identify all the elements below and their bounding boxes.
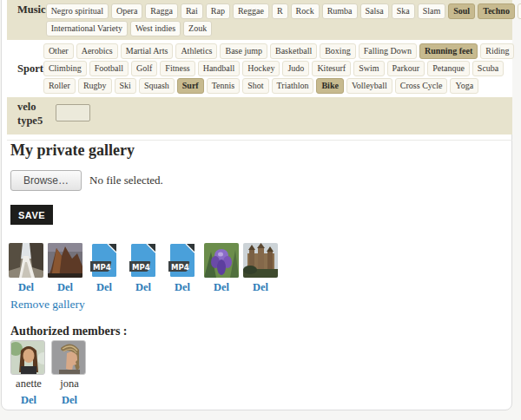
tag-petanque[interactable]: Petanque bbox=[427, 61, 470, 76]
gallery-item: Del bbox=[204, 243, 239, 294]
photo-iris-flower-thumbnail[interactable] bbox=[204, 243, 239, 278]
tag-athletics[interactable]: Athletics bbox=[175, 43, 217, 59]
gallery-item: Del bbox=[48, 243, 82, 294]
tag-hockey[interactable]: Hockey bbox=[242, 61, 280, 76]
tag-scuba[interactable]: Scuba bbox=[472, 61, 504, 76]
tag-international-variety[interactable]: International Variety bbox=[46, 21, 128, 36]
gallery-del-link[interactable]: Del bbox=[96, 281, 112, 294]
tag-parkour[interactable]: Parkour bbox=[387, 61, 425, 76]
tag-soul[interactable]: Soul bbox=[448, 3, 475, 19]
gallery-item: MP4Del bbox=[87, 243, 122, 294]
tag-ska[interactable]: Ska bbox=[392, 3, 415, 19]
tag-line: International VarietyWest indiesZouk bbox=[46, 21, 521, 36]
gallery-del-link[interactable]: Del bbox=[253, 281, 268, 294]
tag-football[interactable]: Football bbox=[89, 61, 129, 76]
tag-rugby[interactable]: Rugby bbox=[78, 78, 112, 94]
music-label: Music bbox=[7, 0, 46, 40]
tag-yoga[interactable]: Yoga bbox=[450, 78, 478, 94]
video-mp4-thumbnail[interactable]: MP4 bbox=[165, 243, 200, 278]
velo-type5-input[interactable] bbox=[56, 104, 90, 121]
tag-handball[interactable]: Handball bbox=[198, 61, 241, 76]
video-mp4-thumbnail[interactable]: MP4 bbox=[87, 243, 122, 278]
authorized-members-title: Authorized members : bbox=[10, 325, 128, 338]
member-name: anette bbox=[10, 377, 47, 390]
profile-form-table: Music Negro spiritualOperaRaggaRaiRapReg… bbox=[7, 0, 512, 135]
tag-falling-down[interactable]: Falling Down bbox=[359, 43, 417, 59]
tag-slam[interactable]: Slam bbox=[418, 3, 446, 19]
tag-judo[interactable]: Judo bbox=[282, 61, 309, 76]
photo-winter-path-thumbnail[interactable] bbox=[9, 243, 43, 278]
gallery-del-link[interactable]: Del bbox=[214, 281, 229, 294]
tag-line: RollerRugbySkiSquashSurfTennisShotTriath… bbox=[43, 78, 518, 94]
no-file-selected-text: No file selected. bbox=[89, 174, 163, 187]
tag-rumba[interactable]: Rumba bbox=[322, 3, 358, 19]
tag-rock[interactable]: Rock bbox=[291, 3, 320, 19]
tag-basketball[interactable]: Basketball bbox=[270, 43, 317, 59]
tag-variety[interactable]: Variety bbox=[518, 3, 521, 19]
sport-label: Sport bbox=[7, 40, 43, 97]
sport-tags: OtherAerobicsMartial ArtsAthleticsBase j… bbox=[43, 40, 519, 97]
file-upload-row: Browse… No file selected. bbox=[10, 170, 163, 191]
gallery-item: MP4Del bbox=[165, 243, 200, 294]
private-gallery-title: My private gallery bbox=[10, 141, 135, 160]
tag-tennis[interactable]: Tennis bbox=[207, 78, 241, 94]
tag-r[interactable]: R bbox=[272, 3, 288, 19]
svg-text:MP4: MP4 bbox=[132, 263, 150, 272]
tag-reggae[interactable]: Reggae bbox=[233, 3, 269, 19]
tag-rai[interactable]: Rai bbox=[181, 3, 203, 19]
tag-squash[interactable]: Squash bbox=[139, 78, 175, 94]
tag-opera[interactable]: Opera bbox=[111, 3, 142, 19]
sport-row: Sport OtherAerobicsMartial ArtsAthletics… bbox=[7, 40, 512, 97]
tag-golf[interactable]: Golf bbox=[131, 61, 157, 76]
anette-portrait-avatar bbox=[10, 340, 45, 375]
svg-text:MP4: MP4 bbox=[171, 263, 189, 272]
video-mp4-thumbnail[interactable]: MP4 bbox=[126, 243, 161, 278]
tag-fitness[interactable]: Fitness bbox=[160, 61, 195, 76]
section-divider bbox=[7, 140, 512, 141]
tag-negro-spiritual[interactable]: Negro spiritual bbox=[46, 3, 109, 19]
tag-rap[interactable]: Rap bbox=[206, 3, 230, 19]
gallery-item: Del bbox=[9, 243, 43, 294]
gallery-thumbnails-row: DelDelMP4DelMP4DelMP4DelDelDel bbox=[9, 243, 282, 294]
tag-riding[interactable]: Riding bbox=[480, 43, 514, 59]
remove-gallery-link[interactable]: Remove gallery bbox=[10, 298, 85, 312]
tag-triathlon[interactable]: Triathlon bbox=[272, 78, 314, 94]
gallery-item: Del bbox=[243, 243, 278, 294]
tag-bike[interactable]: Bike bbox=[316, 78, 343, 94]
tag-boxing[interactable]: Boxing bbox=[320, 43, 355, 59]
photo-castle-thumbnail[interactable] bbox=[243, 243, 278, 278]
tag-base-jump[interactable]: Base jump bbox=[220, 43, 267, 59]
gallery-del-link[interactable]: Del bbox=[135, 281, 151, 294]
authorized-members-row: anetteDeljonaDel bbox=[10, 340, 92, 407]
gallery-del-link[interactable]: Del bbox=[175, 281, 190, 294]
member-item: jonaDel bbox=[51, 340, 88, 407]
tag-martial-arts[interactable]: Martial Arts bbox=[121, 43, 174, 59]
tag-aerobics[interactable]: Aerobics bbox=[76, 43, 118, 59]
tag-shot[interactable]: Shot bbox=[242, 78, 268, 94]
tag-volleyball[interactable]: Volleyball bbox=[346, 78, 392, 94]
photo-rock-sunset-thumbnail[interactable] bbox=[48, 243, 82, 278]
gallery-del-link[interactable]: Del bbox=[57, 281, 73, 294]
velo-type5-label: velo type5 bbox=[7, 97, 56, 135]
tag-west-indies[interactable]: West indies bbox=[130, 21, 181, 36]
tag-climbing[interactable]: Climbing bbox=[43, 61, 87, 76]
tag-swim[interactable]: Swim bbox=[353, 61, 384, 76]
tag-line: Negro spiritualOperaRaggaRaiRapReggaeRRo… bbox=[46, 3, 521, 19]
tag-cross-cycle[interactable]: Cross Cycle bbox=[395, 78, 448, 94]
tag-other[interactable]: Other bbox=[43, 43, 74, 59]
gallery-del-link[interactable]: Del bbox=[18, 281, 34, 294]
tag-zouk[interactable]: Zouk bbox=[183, 21, 212, 36]
tag-roller[interactable]: Roller bbox=[43, 78, 76, 94]
tag-ragga[interactable]: Ragga bbox=[145, 3, 178, 19]
tag-ski[interactable]: Ski bbox=[115, 78, 136, 94]
tag-salsa[interactable]: Salsa bbox=[360, 3, 389, 19]
browse-button[interactable]: Browse… bbox=[10, 170, 82, 191]
tag-kitesurf[interactable]: Kitesurf bbox=[312, 61, 351, 76]
jona-portrait-avatar bbox=[51, 340, 86, 375]
save-button[interactable]: SAVE bbox=[10, 205, 53, 225]
tag-surf[interactable]: Surf bbox=[177, 78, 204, 94]
tag-techno[interactable]: Techno bbox=[478, 3, 515, 19]
member-del-link[interactable]: Del bbox=[21, 394, 36, 407]
member-del-link[interactable]: Del bbox=[62, 394, 77, 407]
tag-running-feet[interactable]: Running feet bbox=[419, 43, 478, 59]
